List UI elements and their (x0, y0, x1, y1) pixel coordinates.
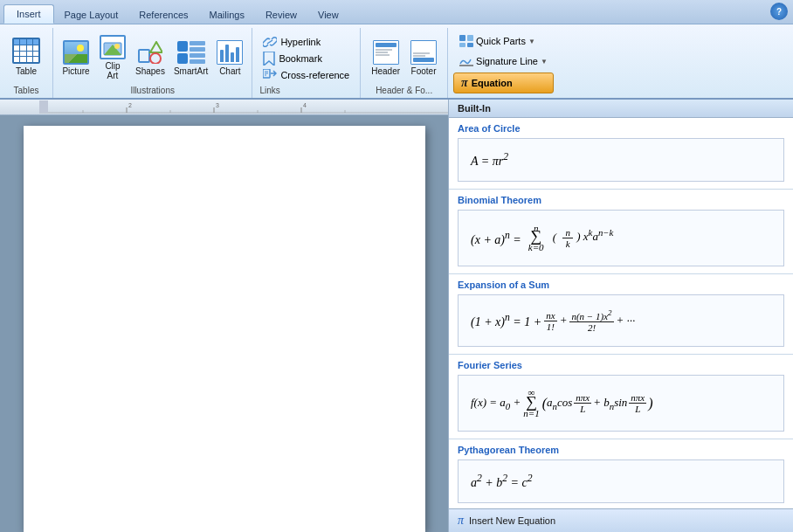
equation-box-fourier[interactable]: f(x) = a0 + ∞ ∑ n=1 ( ancos nπx L + bnsi (458, 375, 784, 432)
picture-label: Picture (62, 66, 89, 76)
crossref-button[interactable]: Cross-reference (259, 67, 353, 83)
ribbon-group-links: Hyperlink Bookmark Cross-reference Links (252, 28, 361, 98)
quick-parts-dropdown-arrow: ▼ (528, 38, 535, 45)
pi-symbol: π (461, 76, 468, 90)
equations-list: Area of Circle A = πr2 Binomial Theorem … (449, 118, 793, 508)
quick-parts-label: Quick Parts (476, 36, 526, 46)
smartart-icon (177, 40, 205, 65)
equation-panel: Built-In Area of Circle A = πr2 Binomial… (448, 100, 793, 532)
svg-marker-13 (264, 52, 274, 66)
header-label: Header (371, 66, 400, 76)
header-button[interactable]: Header (368, 38, 403, 79)
svg-text:3: 3 (216, 102, 219, 108)
svg-rect-19 (467, 35, 473, 41)
hyperlink-label: Hyperlink (280, 37, 321, 47)
insert-new-equation-button[interactable]: π Insert New Equation (449, 508, 793, 532)
ribbon-group-illustrations-label: Illustrations (130, 86, 175, 98)
shapes-label: Shapes (135, 66, 165, 76)
shapes-button[interactable]: Shapes (132, 38, 169, 79)
equation-box-binomial[interactable]: (x + a)n = n ∑ k=0 ( n (458, 210, 784, 266)
equation-item-area-circle: Area of Circle A = πr2 (449, 118, 793, 190)
tab-page-layout[interactable]: Page Layout (54, 6, 129, 24)
equation-title-expansion: Expansion of a Sum (458, 280, 784, 290)
table-button[interactable]: Table (7, 35, 45, 79)
ribbon-group-tables: Table Tables (3, 28, 53, 98)
help-button[interactable]: ? (770, 3, 788, 20)
bookmark-label: Bookmark (279, 53, 322, 64)
svg-rect-3 (139, 50, 149, 62)
signature-line-icon (459, 55, 473, 67)
tab-insert[interactable]: Insert (3, 4, 54, 24)
smartart-button[interactable]: SmartArt (170, 38, 211, 79)
svg-text:2: 2 (128, 102, 132, 108)
tab-mailings[interactable]: Mailings (199, 6, 255, 24)
doc-scroll-area[interactable] (0, 115, 448, 532)
svg-text:4: 4 (303, 102, 307, 108)
main-area: 1 2 3 4 (0, 100, 793, 532)
ribbon-group-header-footer: Header Footer Header & Fo... (361, 28, 448, 98)
clipart-button[interactable]: ClipArt (95, 32, 130, 83)
equation-box-expansion[interactable]: (1 + x)n = 1 + nx 1! + n(n − 1)x2 2! + ·… (458, 294, 784, 347)
svg-rect-8 (190, 47, 205, 52)
picture-icon (63, 40, 89, 65)
insert-new-equation-label: Insert New Equation (469, 515, 555, 526)
svg-rect-11 (190, 59, 205, 64)
smartart-label: SmartArt (174, 66, 208, 76)
doc-page (24, 126, 425, 532)
ruler: 1 2 3 4 (0, 100, 448, 115)
tab-view[interactable]: View (307, 6, 349, 24)
chart-icon (217, 40, 243, 65)
hyperlink-icon (263, 36, 277, 48)
svg-rect-36 (39, 100, 48, 113)
footer-icon (410, 40, 437, 65)
svg-rect-7 (190, 41, 205, 45)
bookmark-button[interactable]: Bookmark (259, 50, 353, 67)
ribbon-group-illustrations-items: Picture ClipArt Shapes (59, 28, 246, 86)
equation-title-pythagorean: Pythagorean Theorem (458, 445, 784, 455)
picture-button[interactable]: Picture (59, 38, 93, 79)
equation-title-fourier: Fourier Series (458, 360, 784, 370)
chart-button[interactable]: Chart (213, 38, 246, 79)
svg-rect-10 (190, 53, 205, 58)
equation-item-pythagorean: Pythagorean Theorem a2 + b2 = c2 (449, 439, 793, 508)
quick-parts-button[interactable]: Quick Parts ▼ (453, 32, 554, 50)
signature-line-dropdown-arrow: ▼ (541, 58, 548, 66)
table-icon (12, 38, 40, 64)
svg-point-5 (150, 53, 161, 64)
header-icon (373, 40, 399, 65)
equation-item-expansion: Expansion of a Sum (1 + x)n = 1 + nx 1! … (449, 274, 793, 355)
footer-button[interactable]: Footer (407, 38, 440, 79)
equation-title-area-circle: Area of Circle (458, 123, 784, 134)
doc-region: 1 2 3 4 (0, 100, 448, 532)
svg-marker-4 (150, 42, 162, 52)
signature-line-label: Signature Line (476, 56, 538, 66)
shapes-icon (137, 40, 163, 65)
equation-box-area-circle[interactable]: A = πr2 (458, 138, 784, 182)
svg-rect-20 (459, 43, 465, 47)
table-label: Table (16, 66, 37, 76)
ribbon: Table Tables Picture (0, 24, 793, 100)
footer-pi-icon: π (458, 514, 464, 528)
bookmark-icon (263, 52, 275, 66)
equation-button[interactable]: π Equation (453, 73, 554, 93)
ribbon-group-hf-label: Header & Fo... (376, 86, 432, 98)
tab-review[interactable]: Review (255, 6, 307, 24)
svg-rect-6 (177, 41, 188, 52)
hyperlink-button[interactable]: Hyperlink (259, 34, 353, 50)
app-window: Insert Page Layout References Mailings R… (0, 0, 793, 532)
tab-row: Insert Page Layout References Mailings R… (0, 0, 793, 24)
panel-header: Built-In (449, 100, 793, 118)
ribbon-group-tables-items: Table (7, 28, 45, 86)
quick-parts-icon (459, 35, 473, 47)
equation-title-binomial: Binomial Theorem (458, 195, 784, 205)
chart-label: Chart (219, 66, 240, 76)
footer-label: Footer (411, 66, 437, 76)
equation-box-pythagorean[interactable]: a2 + b2 = c2 (458, 459, 784, 503)
tab-references[interactable]: References (128, 6, 198, 24)
ribbon-group-tables-label: Tables (14, 86, 39, 98)
crossref-label: Cross-reference (280, 70, 349, 80)
crossref-icon (263, 69, 277, 81)
svg-rect-9 (177, 53, 188, 64)
signature-line-button[interactable]: Signature Line ▼ (453, 52, 554, 70)
ribbon-group-illustrations: Picture ClipArt Shapes (53, 28, 252, 98)
